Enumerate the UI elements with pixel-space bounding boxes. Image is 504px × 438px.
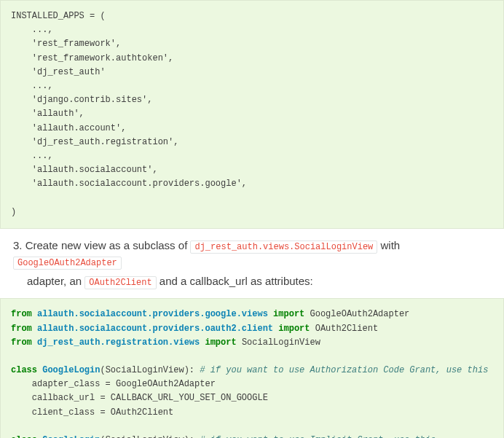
installed-apps-code: INSTALLED_APPS = ( ..., 'rest_framework'…: [0, 0, 504, 229]
import-name: SocialLoginView: [242, 337, 320, 348]
step-part2: with: [377, 239, 400, 251]
code-line: ...,: [11, 81, 53, 91]
module-name: allauth.socialaccount.providers.google.v…: [37, 309, 268, 319]
inline-code-googleoauth2adapter: GoogleOAuth2Adapter: [13, 257, 122, 270]
kw-from: from: [11, 337, 32, 348]
code-line: 'allauth.account',: [11, 123, 126, 133]
code-line: ): [11, 207, 16, 217]
step-line2: adapter, an OAuth2Client and a callback_…: [13, 273, 504, 290]
code-line: 'rest_framework',: [11, 39, 121, 49]
kw-from: from: [11, 324, 32, 334]
import-name: OAuth2Client: [315, 324, 378, 334]
code-line: adapter_class = GoogleOAuth2Adapter: [11, 379, 216, 389]
module-name: dj_rest_auth.registration.views: [37, 337, 200, 348]
view-class-code: from allauth.socialaccount.providers.goo…: [0, 298, 504, 438]
code-line: 'allauth.socialaccount.providers.google'…: [11, 179, 247, 189]
step-part3: adapter, an: [27, 275, 84, 287]
code-line: ...,: [11, 25, 53, 35]
code-line: 'django.contrib.sites',: [11, 95, 152, 105]
step-part4: and a callback_url as attributes:: [157, 275, 313, 287]
code-line: client_class = OAuth2Client: [11, 407, 173, 418]
code-line: ...,: [11, 151, 53, 161]
kw-class: class: [11, 435, 37, 438]
kw-import: import: [278, 324, 310, 334]
code-line: 'allauth.socialaccount',: [11, 165, 158, 175]
inline-code-socialloginview: dj_rest_auth.views.SocialLoginView: [190, 240, 377, 254]
kw-class: class: [11, 365, 37, 375]
code-line: 'dj_rest_auth': [11, 67, 106, 77]
kw-from: from: [11, 309, 32, 319]
module-name: allauth.socialaccount.providers.oauth2.c…: [37, 324, 273, 334]
kw-import: import: [273, 309, 304, 319]
step-number: 3.: [13, 239, 23, 251]
inline-code-oauth2client: OAuth2Client: [84, 276, 156, 289]
class-base: (SocialLoginView):: [100, 435, 200, 438]
code-line: 'allauth',: [11, 109, 84, 119]
class-name: GoogleLogin: [42, 365, 100, 375]
import-name: GoogleOAuth2Adapter: [310, 309, 410, 319]
code-line: callback_url = CALLBACK_URL_YOU_SET_ON_G…: [11, 393, 268, 403]
code-line: 'rest_framework.authtoken',: [11, 53, 173, 63]
comment: # if you want to use Implicit Grant, use…: [200, 435, 436, 438]
code-line: INSTALLED_APPS = (: [11, 11, 106, 21]
comment: # if you want to use Authorization Code …: [200, 365, 488, 375]
class-base: (SocialLoginView):: [100, 365, 200, 375]
kw-import: import: [205, 337, 236, 348]
step-part1: Create new view as a subclass of: [25, 239, 191, 251]
step-3-text: 3. Create new view as a subclass of dj_r…: [0, 229, 504, 299]
code-line: 'dj_rest_auth.registration',: [11, 137, 178, 147]
class-name: GoogleLogin: [42, 435, 100, 438]
